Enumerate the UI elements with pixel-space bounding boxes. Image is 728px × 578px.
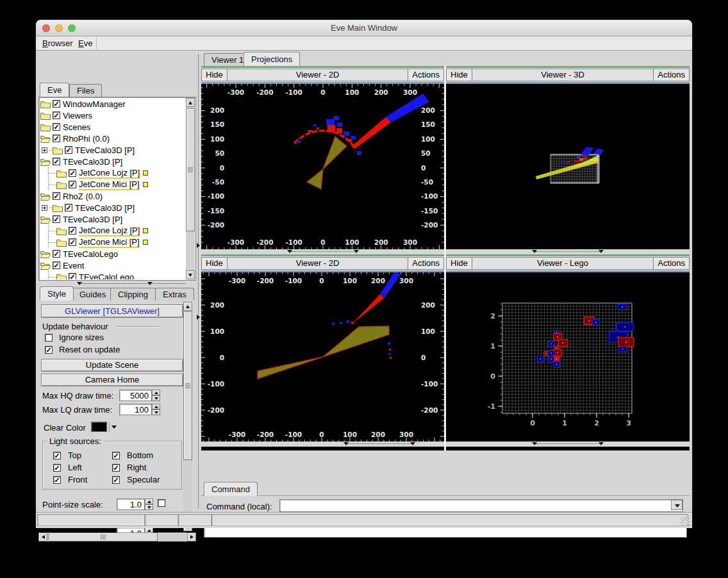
style-scrollbar[interactable] bbox=[183, 302, 192, 531]
tree-item-label[interactable]: WindowManager bbox=[63, 99, 126, 109]
tree-item-checkbox[interactable]: ✓ bbox=[53, 123, 60, 131]
tree-item[interactable]: ✓TEveCalo3D [P] bbox=[40, 144, 185, 156]
tree-item-label[interactable]: RhoPhi (0.0) bbox=[63, 134, 110, 144]
hide-button[interactable]: Hide bbox=[447, 258, 472, 269]
tree-item-label[interactable]: Scenes bbox=[63, 122, 90, 132]
tree-item-checkbox[interactable]: ✓ bbox=[69, 169, 76, 177]
actions-button[interactable]: Actions bbox=[408, 258, 443, 269]
tree-item-checkbox[interactable]: ✓ bbox=[53, 250, 60, 258]
actions-button[interactable]: Actions bbox=[408, 69, 443, 81]
viewer-lego-canvas[interactable]: 0123210-1 bbox=[446, 272, 690, 442]
viewer-bottom-splitter[interactable] bbox=[446, 442, 690, 447]
tree-item-label[interactable]: TEveCalo3D [P] bbox=[75, 203, 135, 213]
style-scroll-thumb[interactable] bbox=[183, 311, 192, 460]
left-h-scrollbar[interactable] bbox=[38, 533, 196, 541]
tree-item-checkbox[interactable]: ✓ bbox=[69, 181, 76, 188]
tree-scrollbar[interactable] bbox=[186, 98, 195, 279]
title-bar[interactable]: Eve Main Window bbox=[36, 20, 692, 37]
tree-item[interactable]: ✓TEveCalo3D [P] bbox=[40, 202, 185, 213]
viewer-row-splitter[interactable] bbox=[446, 249, 690, 254]
tree-item-checkbox[interactable]: ✓ bbox=[53, 135, 60, 142]
tree-item-label[interactable]: JetCone Mici [P] bbox=[79, 237, 140, 248]
tab-clipping[interactable]: Clipping bbox=[110, 288, 156, 301]
tree-item-checkbox[interactable]: ✓ bbox=[53, 215, 60, 223]
command-combobox[interactable] bbox=[279, 499, 683, 512]
tab-projections[interactable]: Projections bbox=[244, 52, 300, 66]
viewer-3d-canvas[interactable] bbox=[446, 84, 690, 249]
tab-style[interactable]: Style bbox=[40, 286, 74, 301]
wireframe-spinner[interactable] bbox=[145, 527, 153, 533]
tree-item-label[interactable]: TEveCaloLego bbox=[63, 249, 118, 259]
tree-item[interactable]: ✓Viewers bbox=[40, 110, 185, 121]
combo-dropdown-icon[interactable] bbox=[671, 500, 682, 510]
point-size-entry[interactable]: 1.0 bbox=[117, 499, 145, 510]
expander-plus-icon[interactable] bbox=[42, 205, 47, 211]
tree-item-checkbox[interactable]: ✓ bbox=[53, 100, 60, 108]
tab-eve[interactable]: Eve bbox=[40, 83, 69, 97]
light-front-checkbox[interactable]: ✓ bbox=[53, 476, 61, 484]
tree-item-checkbox[interactable]: ✓ bbox=[65, 146, 72, 154]
reset-on-update-checkbox[interactable]: ✓ bbox=[45, 346, 53, 354]
light-left-checkbox[interactable]: ✓ bbox=[53, 464, 61, 472]
tree-item[interactable]: ✓RhoPhi (0.0) bbox=[40, 133, 185, 144]
vertical-splitter[interactable] bbox=[196, 51, 201, 512]
wireframe-entry[interactable]: 1.0 bbox=[117, 527, 145, 533]
viewer-rhophi-canvas[interactable]: -300-300-200-200-100-1000010010020020030… bbox=[201, 84, 444, 249]
tree-item-checkbox[interactable]: ✓ bbox=[53, 261, 60, 269]
tree-item[interactable]: ✓TEveCaloLego bbox=[40, 248, 185, 260]
viewer-rhoz-canvas[interactable]: -300-300-200-200-100-1000010010020020030… bbox=[201, 272, 444, 442]
tree-item-label[interactable]: TEveCaloLego bbox=[79, 272, 134, 280]
tree-item[interactable]: ✓TEveCalo3D [P] bbox=[40, 156, 185, 167]
tree-item-label[interactable]: Event bbox=[63, 261, 84, 270]
light-specular-checkbox[interactable]: ✓ bbox=[112, 476, 120, 484]
viewer-row-splitter[interactable] bbox=[201, 249, 444, 254]
command-input[interactable] bbox=[279, 499, 683, 512]
h-scroll-thumb[interactable] bbox=[49, 533, 158, 541]
clear-color-dropdown-icon[interactable] bbox=[112, 425, 117, 429]
menu-browser[interactable]: Browser bbox=[40, 37, 76, 50]
tab-files[interactable]: Files bbox=[69, 84, 102, 97]
tree-item-checkbox[interactable]: ✓ bbox=[53, 192, 60, 200]
item-color-swatch[interactable] bbox=[143, 182, 148, 187]
tree-item-checkbox[interactable]: ✓ bbox=[69, 227, 76, 235]
tree-item-label[interactable]: TEveCalo3D [P] bbox=[63, 157, 122, 167]
scroll-up-icon[interactable] bbox=[186, 98, 195, 107]
light-right-checkbox[interactable]: ✓ bbox=[112, 464, 120, 472]
tree-item-label[interactable]: RhoZ (0.0) bbox=[63, 192, 103, 201]
tree-item[interactable]: ✓TEveCaloLego bbox=[40, 271, 185, 279]
tree-item[interactable]: ✓JetCone Lojz [P] bbox=[40, 167, 185, 179]
tab-guides[interactable]: Guides bbox=[72, 288, 113, 301]
tree-item[interactable]: ✓Scenes bbox=[40, 121, 185, 133]
max-hq-entry[interactable]: 5000 bbox=[119, 390, 152, 401]
clear-color-swatch[interactable] bbox=[91, 422, 107, 432]
tree-item-checkbox[interactable]: ✓ bbox=[53, 111, 60, 119]
item-color-swatch[interactable] bbox=[143, 228, 148, 233]
tree-item[interactable]: ✓JetCone Lojz [P] bbox=[40, 225, 185, 236]
glviewer-header-button[interactable]: GLViewer [TGLSAViewer] bbox=[41, 304, 183, 318]
tree-item-label[interactable]: JetCone Mici [P] bbox=[79, 179, 140, 190]
tree-item[interactable]: ✓JetCone Mici [P] bbox=[40, 236, 185, 248]
scroll-down-icon[interactable] bbox=[186, 270, 195, 279]
max-hq-spinner[interactable] bbox=[152, 390, 160, 401]
tree-item-label[interactable]: JetCone Lojz [P] bbox=[79, 168, 140, 179]
tree-item-label[interactable]: TEveCalo3D [P] bbox=[63, 215, 122, 224]
hide-button[interactable]: Hide bbox=[202, 258, 228, 269]
tree-item-checkbox[interactable]: ✓ bbox=[69, 238, 76, 246]
tab-command[interactable]: Command bbox=[204, 482, 258, 496]
close-icon[interactable] bbox=[42, 24, 50, 32]
tree-item[interactable]: ✓WindowManager bbox=[40, 98, 185, 110]
update-scene-button[interactable]: Update Scene bbox=[41, 359, 183, 372]
minimize-icon[interactable] bbox=[55, 24, 63, 32]
zoom-icon[interactable] bbox=[68, 24, 76, 32]
camera-home-button[interactable]: Camera Home bbox=[41, 374, 183, 386]
tree-scroll-thumb[interactable] bbox=[186, 108, 195, 231]
viewer-bottom-splitter[interactable] bbox=[201, 442, 444, 447]
tree-item-checkbox[interactable]: ✓ bbox=[53, 158, 60, 165]
tree-item-label[interactable]: Viewers bbox=[63, 111, 92, 120]
light-bottom-checkbox[interactable]: ✓ bbox=[112, 452, 120, 459]
scroll-left-icon[interactable] bbox=[38, 533, 47, 541]
ignore-sizes-checkbox[interactable] bbox=[45, 334, 53, 342]
scroll-right-icon[interactable] bbox=[187, 533, 196, 541]
point-size-spinner[interactable] bbox=[145, 499, 153, 510]
point-size-checkbox[interactable] bbox=[158, 499, 165, 507]
